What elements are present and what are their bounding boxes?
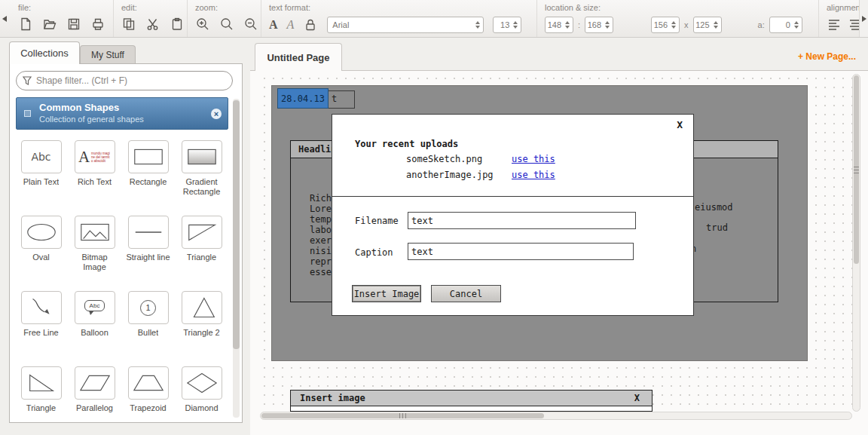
use-this-link[interactable]: use this (512, 154, 555, 170)
shape-item[interactable]: Parallelog (68, 361, 121, 421)
filter-funnel-icon (22, 75, 32, 88)
font-size-spinner-arrows[interactable] (511, 21, 521, 29)
shapes-sidebar: Collections My Stuff Common Shapes Colle… (6, 41, 249, 423)
font-size-spinner[interactable]: 13 (493, 17, 521, 33)
shape-item[interactable]: Gradient Rectangle (175, 135, 228, 210)
canvas-horizontal-scrollbar[interactable] (260, 412, 852, 420)
shape-item[interactable]: Straight line (121, 210, 175, 286)
new-document-button[interactable] (18, 17, 33, 32)
shape-label: Triangle 2 (183, 328, 220, 338)
zoom-in-button[interactable] (195, 17, 210, 32)
tab-collections[interactable]: Collections (9, 41, 80, 64)
shape-item[interactable]: Triangle (14, 361, 68, 421)
shape-item[interactable]: Rectangle (121, 135, 175, 210)
height-spinner[interactable]: 125 (693, 17, 722, 33)
zoom-out-button[interactable] (243, 17, 258, 32)
copy-button[interactable] (121, 17, 136, 32)
font-family-spinner-arrows[interactable] (473, 21, 483, 29)
mockup-dialog-close[interactable]: X (677, 119, 683, 130)
canvas-vertical-scrollbar[interactable] (852, 74, 860, 412)
print-button[interactable] (90, 17, 105, 32)
copy-icon (121, 17, 136, 32)
shape-label: Parallelog (76, 403, 113, 413)
cancel-button[interactable]: Cancel (431, 285, 501, 302)
align-left-button[interactable] (827, 17, 842, 32)
lock-format-button[interactable] (303, 17, 318, 32)
shape-item[interactable]: Triangle 2 (175, 286, 228, 361)
text-fragment: exer (310, 235, 332, 246)
shape-item[interactable]: Diamond (175, 361, 228, 421)
scrollbar-grip (854, 167, 859, 173)
save-document-button[interactable] (66, 17, 81, 32)
upload-filename: someSketch.png (406, 154, 497, 170)
open-document-button[interactable] (42, 17, 57, 32)
shape-filter-input[interactable] (16, 71, 233, 90)
angle-spinner[interactable]: 0 (769, 17, 802, 33)
mockup-insert-image-titlebar[interactable]: Insert image X (290, 390, 653, 406)
upload-filename: anotherImage.jpg (406, 170, 497, 185)
y-position-spinner[interactable]: 168 (585, 17, 613, 33)
shape-item[interactable]: Abc Plain Text (14, 135, 68, 210)
horizontal-scrollbar-thumb[interactable] (261, 413, 544, 418)
text-fragment: temp (310, 214, 332, 225)
shape-item[interactable]: 1 Bullet (121, 286, 175, 361)
text-fragment: eiusmod (695, 202, 733, 213)
filename-field[interactable] (408, 212, 636, 229)
shape-label: Triangle (26, 403, 56, 413)
new-document-icon (18, 17, 33, 32)
shape-icon (182, 140, 222, 173)
insert-image-close[interactable]: X (634, 393, 640, 403)
font-family-select[interactable]: Arial (327, 17, 484, 33)
collection-header[interactable]: Common Shapes Collection of general shap… (16, 97, 228, 130)
editor-area: Untitled Page + New Page... 28.04.13 t H… (250, 41, 868, 435)
new-page-link[interactable]: + New Page... (798, 51, 856, 62)
shape-label: Rectangle (130, 177, 167, 187)
collapse-icon[interactable] (24, 110, 31, 117)
scissors-icon (145, 17, 160, 32)
shape-item[interactable]: Amundu magine del tannito abscidit Rich … (68, 135, 121, 210)
x-position-spinner[interactable]: 148 (545, 17, 573, 33)
shape-label: Free Line (23, 328, 58, 338)
shape-item[interactable]: Oval (14, 210, 68, 286)
toolbar-scroll-left-button[interactable] (0, 0, 9, 38)
bold-icon: A (269, 17, 278, 32)
shape-icon: 1 (128, 291, 169, 324)
cut-button[interactable] (145, 17, 160, 32)
vertical-scrollbar-thumb[interactable] (854, 75, 859, 264)
shape-icon (128, 366, 169, 400)
mockup-upload-dialog[interactable]: X Your recent uploads someSketch.png use… (332, 114, 694, 316)
insert-image-button[interactable]: Insert Image (352, 285, 421, 302)
italic-icon: A (287, 17, 295, 32)
height-value: 125 (694, 20, 711, 29)
shape-item[interactable]: Trapezoid (121, 361, 175, 421)
shape-item[interactable]: Bitmap Image (68, 210, 121, 286)
shape-item[interactable]: Abc Balloon (68, 286, 121, 361)
italic-button[interactable]: A (287, 17, 295, 32)
collection-close-button[interactable]: × (211, 109, 222, 119)
chevron-right-icon (862, 16, 866, 22)
zoom-reset-button[interactable] (219, 17, 234, 32)
bold-button[interactable]: A (269, 17, 278, 32)
filename-label: Filename (355, 216, 399, 226)
sidebar-scrollbar[interactable] (233, 99, 240, 418)
toolbar-scroll-right-button[interactable] (859, 0, 868, 38)
use-this-link[interactable]: use this (512, 170, 555, 185)
paste-button[interactable] (170, 17, 185, 32)
text-fragment: labo (310, 225, 332, 235)
mockup-second-tab[interactable]: t (326, 90, 355, 109)
alignment-group-label: alignmen (819, 3, 860, 14)
shape-icon (128, 140, 169, 173)
mockup-text-block[interactable]: RichLoretemplaboexernisirepresse (310, 193, 332, 277)
page-tab-untitled[interactable]: Untitled Page (255, 43, 342, 71)
shape-label: Balloon (81, 328, 108, 338)
drawing-canvas[interactable]: 28.04.13 t Headline RichLoretemplaboexer… (260, 74, 852, 412)
width-spinner[interactable]: 156 (651, 17, 680, 33)
tab-my-stuff[interactable]: My Stuff (80, 45, 136, 64)
mockup-date-tab[interactable]: 28.04.13 (277, 88, 329, 109)
shape-icon (75, 366, 115, 400)
shape-item[interactable]: Free Line (14, 286, 68, 361)
shape-item[interactable]: Triangle (175, 210, 228, 286)
zoom-out-icon (243, 17, 258, 32)
caption-field[interactable] (408, 243, 634, 260)
sidebar-scrollbar-thumb[interactable] (233, 100, 240, 349)
